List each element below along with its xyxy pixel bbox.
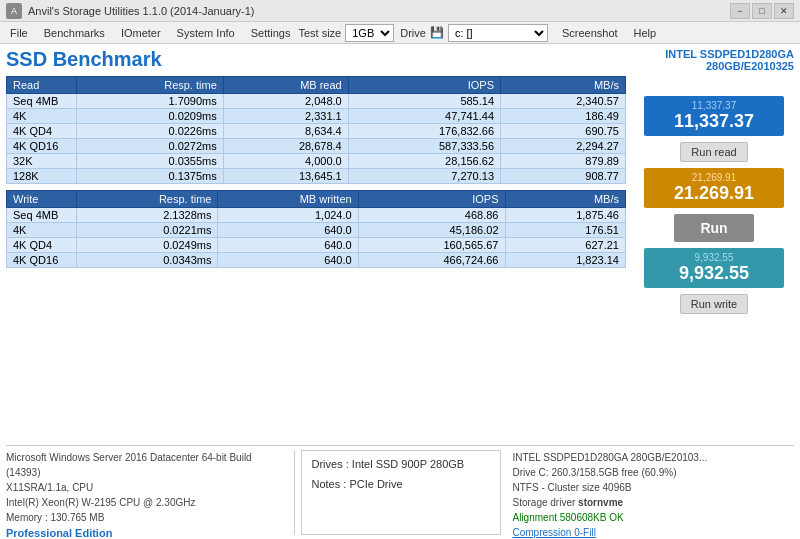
window-controls: − □ ✕ <box>730 3 794 19</box>
drive-label: Drive <box>400 27 426 39</box>
ssd-header: SSD Benchmark INTEL SSDPED1D280GA 280GB/… <box>6 48 794 72</box>
bottom-panel: Microsoft Windows Server 2016 Datacenter… <box>6 445 794 535</box>
sys-line4: Memory : 130.765 MB <box>6 510 288 525</box>
write-table-row: 4K QD160.0343ms640.0466,724.661,823.14 <box>7 253 626 268</box>
mb-written-header: MB written <box>218 191 358 208</box>
iops-write-header: IOPS <box>358 191 505 208</box>
storage-driver-line: Storage driver stornvme <box>513 495 795 510</box>
sys-line3: Intel(R) Xeon(R) W-2195 CPU @ 2.30GHz <box>6 495 288 510</box>
drive-info: INTEL SSDPED1D280GA 280GB/E2010325 <box>665 48 794 72</box>
drive-icon: 💾 <box>430 26 444 39</box>
maximize-button[interactable]: □ <box>752 3 772 19</box>
write-score-label: 9,932.55 <box>648 252 780 263</box>
menu-benchmarks[interactable]: Benchmarks <box>36 22 113 44</box>
write-table-row: 4K0.0221ms640.045,186.02176.51 <box>7 223 626 238</box>
run-button[interactable]: Run <box>674 214 754 242</box>
menu-file[interactable]: File <box>2 22 36 44</box>
total-score-box: 21,269.91 21.269.91 <box>644 168 784 208</box>
write-col-header: Write <box>7 191 77 208</box>
read-table-row: 4K QD160.0272ms28,678.4587,333.562,294.2… <box>7 139 626 154</box>
right-panel: 11,337.37 11,337.37 Run read 21,269.91 2… <box>634 76 794 441</box>
drive-group: Drive 💾 c: [] <box>400 24 548 42</box>
drives-line: Drives : Intel SSD 900P 280GB <box>312 455 490 475</box>
minimize-button[interactable]: − <box>730 3 750 19</box>
write-table-row: Seq 4MB2.1328ms1,024.0468.861,875.46 <box>7 208 626 223</box>
bottom-left: Microsoft Windows Server 2016 Datacenter… <box>6 450 295 535</box>
alignment-line: Alignment 580608KB OK <box>513 510 795 525</box>
bench-tables: Read Resp. time MB read IOPS MB/s Seq 4M… <box>6 76 626 441</box>
sys-line1: Microsoft Windows Server 2016 Datacenter… <box>6 450 288 480</box>
total-score-label: 21,269.91 <box>648 172 780 183</box>
mbs-read-header: MB/s <box>501 77 626 94</box>
sys-line2: X11SRA/1.1a, CPU <box>6 480 288 495</box>
total-score-value: 21.269.91 <box>648 183 780 204</box>
run-read-button[interactable]: Run read <box>680 142 747 162</box>
ntfs-line: NTFS - Cluster size 4096B <box>513 480 795 495</box>
read-table-row: 128K0.1375ms13,645.17,270.13908.77 <box>7 169 626 184</box>
write-score-box: 9,932.55 9,932.55 <box>644 248 784 288</box>
read-table-row: 4K QD40.0226ms8,634.4176,832.66690.75 <box>7 124 626 139</box>
menu-settings[interactable]: Settings <box>243 22 299 44</box>
write-table-row: 4K QD40.0249ms640.0160,565.67627.21 <box>7 238 626 253</box>
bench-section: Read Resp. time MB read IOPS MB/s Seq 4M… <box>6 76 794 441</box>
main-content: SSD Benchmark INTEL SSDPED1D280GA 280GB/… <box>0 44 800 539</box>
read-score-label: 11,337.37 <box>648 100 780 111</box>
compression-line: Compression 0-Fill <box>513 525 795 539</box>
drive-model: INTEL SSDPED1D280GA <box>665 48 794 60</box>
resp-time-write-header: Resp. time <box>77 191 218 208</box>
app-icon: A <box>6 3 22 19</box>
drive-select[interactable]: c: [] <box>448 24 548 42</box>
title-bar: A Anvil's Storage Utilities 1.1.0 (2014-… <box>0 0 800 22</box>
test-size-group: Test size 1GB <box>298 24 394 42</box>
mb-read-header: MB read <box>223 77 348 94</box>
notes-line: Notes : PCIe Drive <box>312 475 490 495</box>
menu-bar: File Benchmarks IOmeter System Info Sett… <box>0 22 800 44</box>
menu-sysinfo[interactable]: System Info <box>169 22 243 44</box>
menu-iometer[interactable]: IOmeter <box>113 22 169 44</box>
read-table-row: Seq 4MB1.7090ms2,048.0585.142,340.57 <box>7 94 626 109</box>
read-table-row: 4K0.0209ms2,331.147,741.44186.49 <box>7 109 626 124</box>
storage-driver-value: stornvme <box>578 497 623 508</box>
screenshot-button[interactable]: Screenshot <box>554 22 626 44</box>
resp-time-header: Resp. time <box>77 77 224 94</box>
test-size-label: Test size <box>298 27 341 39</box>
ssd-title: SSD Benchmark <box>6 48 162 71</box>
drive-detail: 280GB/E2010325 <box>665 60 794 72</box>
mbs-write-header: MB/s <box>505 191 626 208</box>
bottom-center: Drives : Intel SSD 900P 280GB Notes : PC… <box>301 450 501 535</box>
read-col-header: Read <box>7 77 77 94</box>
title-bar-text: Anvil's Storage Utilities 1.1.0 (2014-Ja… <box>28 5 730 17</box>
write-table: Write Resp. time MB written IOPS MB/s Se… <box>6 190 626 268</box>
read-score-value: 11,337.37 <box>648 111 780 132</box>
help-button[interactable]: Help <box>626 22 665 44</box>
drive-capacity-line: Drive C: 260.3/158.5GB free (60.9%) <box>513 465 795 480</box>
run-write-button[interactable]: Run write <box>680 294 748 314</box>
read-table: Read Resp. time MB read IOPS MB/s Seq 4M… <box>6 76 626 184</box>
iops-read-header: IOPS <box>348 77 500 94</box>
write-score-value: 9,932.55 <box>648 263 780 284</box>
read-table-row: 32K0.0355ms4,000.028,156.62879.89 <box>7 154 626 169</box>
pro-edition-label: Professional Edition <box>6 525 288 539</box>
read-score-box: 11,337.37 11,337.37 <box>644 96 784 136</box>
close-button[interactable]: ✕ <box>774 3 794 19</box>
test-size-select[interactable]: 1GB <box>345 24 394 42</box>
drive-model-line: INTEL SSDPED1D280GA 280GB/E20103... <box>513 450 795 465</box>
bottom-right: INTEL SSDPED1D280GA 280GB/E20103... Driv… <box>507 450 795 535</box>
